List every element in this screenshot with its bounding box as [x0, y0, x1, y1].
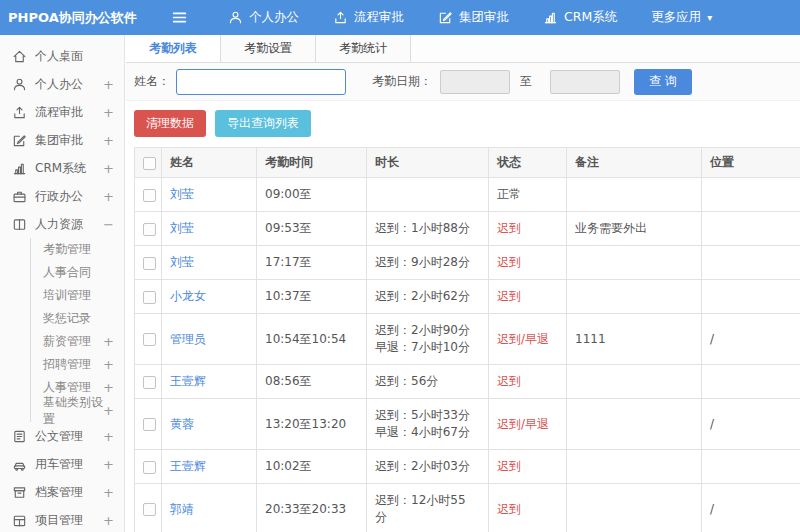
sidebar-item[interactable]: 个人桌面 — [0, 42, 124, 70]
sidebar-item[interactable]: CRM系统 + — [0, 154, 124, 182]
sidebar-subitem-label: 薪资管理 — [43, 333, 91, 350]
table-row: 王壹辉 10:02至 迟到：2小时03分 迟到 — [135, 450, 800, 484]
sidebar-item[interactable]: 项目管理 + — [0, 506, 124, 532]
attendance-time-cell: 20:33至20:33 — [257, 484, 367, 532]
column-header-note: 备注 — [567, 148, 702, 178]
sidebar-item-label: 人力资源 — [35, 216, 83, 233]
row-checkbox[interactable] — [143, 189, 156, 202]
table-row: 小龙女 10:37至 迟到：2小时62分 迟到 — [135, 280, 800, 314]
navbar-menu-item[interactable]: 更多应用 ▾ — [637, 0, 726, 35]
navbar-menu-item[interactable]: 集团审批 — [424, 0, 529, 35]
sidebar-item-label: 集团审批 — [35, 132, 83, 149]
attendance-time-cell: 13:20至13:20 — [257, 399, 367, 450]
sidebar-subitem[interactable]: 培训管理 — [31, 284, 124, 307]
sidebar-hr-submenu: 考勤管理 人事合同 培训管理 奖惩记录 薪资管理 + — [30, 238, 124, 422]
sidebar-subitem[interactable]: 人事合同 — [31, 261, 124, 284]
sidebar-item[interactable]: 用车管理 + — [0, 450, 124, 478]
tab[interactable]: 考勤设置 — [221, 35, 316, 62]
sidebar-subitem[interactable]: 奖惩记录 — [31, 307, 124, 330]
expand-toggle-icon: + — [103, 380, 114, 395]
top-navbar: PHPOA协同办公软件 个人办公 流程审批 集团审批 — [0, 0, 800, 35]
location-cell: / — [702, 399, 800, 450]
row-checkbox[interactable] — [143, 461, 156, 474]
employee-name-link[interactable]: 小龙女 — [170, 289, 206, 303]
name-cell: 管理员 — [162, 314, 257, 365]
duration-cell: 迟到：9小时28分 — [367, 246, 489, 280]
row-checkbox[interactable] — [143, 291, 156, 304]
note-cell — [567, 365, 702, 399]
sidebar-toggle-button[interactable] — [171, 9, 188, 26]
sidebar-item-icon — [12, 429, 27, 444]
tab[interactable]: 考勤统计 — [316, 35, 411, 62]
note-cell — [567, 246, 702, 280]
sidebar-main-menu-top: 个人桌面 个人办公 + 流程审批 + 集团审批 + — [0, 42, 124, 238]
clear-data-button[interactable]: 清理数据 — [134, 110, 206, 137]
name-input[interactable] — [176, 69, 346, 95]
sidebar-item[interactable]: 行政办公 + — [0, 182, 124, 210]
navbar-menu-item[interactable]: CRM系统 — [529, 0, 637, 35]
select-all-checkbox[interactable] — [143, 157, 156, 170]
export-list-button[interactable]: 导出查询列表 — [215, 110, 311, 137]
navbar-menu-item[interactable]: 个人办公 — [214, 0, 319, 35]
row-checkbox[interactable] — [143, 376, 156, 389]
navbar-item-label: 流程审批 — [354, 9, 404, 26]
expand-toggle-icon: + — [103, 161, 114, 176]
sidebar-subitem[interactable]: 招聘管理 + — [31, 353, 124, 376]
attendance-time-cell: 10:02至 — [257, 450, 367, 484]
row-checkbox[interactable] — [143, 503, 156, 516]
sidebar-subitem-label: 招聘管理 — [43, 356, 91, 373]
row-checkbox-cell — [135, 450, 162, 484]
sidebar-subitem[interactable]: 考勤管理 — [31, 238, 124, 261]
sidebar-item[interactable]: 个人办公 + — [0, 70, 124, 98]
employee-name-link[interactable]: 黄蓉 — [170, 417, 194, 431]
sidebar: 个人桌面 个人办公 + 流程审批 + 集团审批 + — [0, 35, 125, 532]
sidebar-item-label: 个人桌面 — [35, 48, 83, 65]
search-button[interactable]: 查 询 — [634, 69, 692, 95]
employee-name-link[interactable]: 郭靖 — [170, 502, 194, 516]
sidebar-item[interactable]: 集团审批 + — [0, 126, 124, 154]
employee-name-link[interactable]: 管理员 — [170, 332, 206, 346]
sidebar-subitem[interactable]: 基础类别设置 + — [31, 399, 124, 422]
table-body: 刘莹 09:00至 正常 刘莹 09:53至 — [135, 178, 800, 532]
navbar-menu: 个人办公 流程审批 集团审批 CRM系统 — [214, 0, 726, 35]
sidebar-item[interactable]: 流程审批 + — [0, 98, 124, 126]
sidebar-subitem[interactable]: 薪资管理 + — [31, 330, 124, 353]
row-checkbox[interactable] — [143, 418, 156, 431]
date-from-input[interactable] — [440, 70, 510, 94]
row-checkbox[interactable] — [143, 333, 156, 346]
employee-name-link[interactable]: 刘莹 — [170, 221, 194, 235]
column-header-duration: 时长 — [367, 148, 489, 178]
location-cell — [702, 280, 800, 314]
sidebar-item[interactable]: 档案管理 + — [0, 478, 124, 506]
table-row: 王壹辉 08:56至 迟到：56分 迟到 — [135, 365, 800, 399]
name-cell: 黄蓉 — [162, 399, 257, 450]
name-cell: 王壹辉 — [162, 450, 257, 484]
note-cell: 业务需要外出 — [567, 212, 702, 246]
employee-name-link[interactable]: 王壹辉 — [170, 374, 206, 388]
tab[interactable]: 考勤列表 — [126, 35, 221, 62]
sidebar-item-icon — [12, 105, 27, 120]
row-checkbox-cell — [135, 365, 162, 399]
navbar-menu-item[interactable]: 流程审批 — [319, 0, 424, 35]
location-cell — [702, 365, 800, 399]
sidebar-item-icon — [12, 77, 27, 92]
status-cell: 迟到 — [489, 484, 567, 532]
sidebar-item-label: 个人办公 — [35, 76, 83, 93]
table-row: 郭靖 20:33至20:33 迟到：12小时55 分 迟到 / — [135, 484, 800, 532]
sidebar-item-icon — [12, 485, 27, 500]
table-row: 刘莹 09:53至 迟到：1小时88分 迟到 业务需要外出 — [135, 212, 800, 246]
employee-name-link[interactable]: 王壹辉 — [170, 459, 206, 473]
row-checkbox[interactable] — [143, 257, 156, 270]
row-checkbox[interactable] — [143, 223, 156, 236]
employee-name-link[interactable]: 刘莹 — [170, 255, 194, 269]
sidebar-subitem-label: 考勤管理 — [43, 241, 91, 258]
sidebar-item-icon — [12, 457, 27, 472]
date-to-input[interactable] — [550, 70, 620, 94]
app-logo: PHPOA协同办公软件 — [0, 9, 125, 27]
sidebar-item[interactable]: 人力资源 − — [0, 210, 124, 238]
expand-toggle-icon: + — [103, 189, 114, 204]
status-cell: 迟到 — [489, 212, 567, 246]
status-cell: 迟到/早退 — [489, 399, 567, 450]
employee-name-link[interactable]: 刘莹 — [170, 187, 194, 201]
column-header-location: 位置 — [702, 148, 800, 178]
